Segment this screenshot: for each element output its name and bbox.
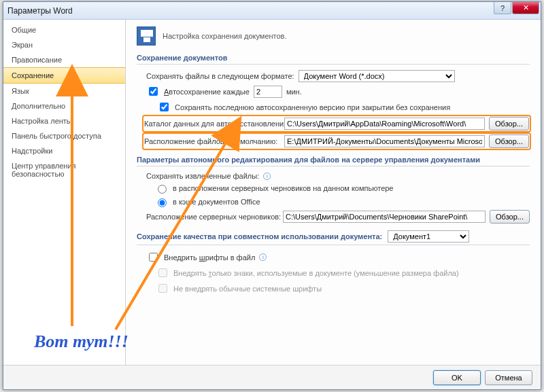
document-selector[interactable]: Документ1 bbox=[388, 230, 469, 243]
office-cache-radio-label: в кэше документов Office bbox=[173, 198, 260, 206]
autorecover-dir-input[interactable] bbox=[284, 118, 485, 130]
sidebar-item-save[interactable]: Сохранение bbox=[3, 67, 125, 84]
sidebar-item-proofing[interactable]: Правописание bbox=[3, 52, 125, 67]
window-title: Параметры Word bbox=[7, 6, 73, 16]
server-drafts-loc-input[interactable] bbox=[283, 211, 486, 223]
autosave-checkbox[interactable] bbox=[149, 87, 158, 96]
default-loc-label: Расположение файлов по умолчанию: bbox=[144, 137, 280, 145]
autorecover-dir-label: Каталог данных для автовосстановления: bbox=[144, 120, 280, 128]
info-icon: i bbox=[263, 173, 271, 180]
callout-text: Вот тут!!! bbox=[34, 332, 129, 352]
server-drafts-radio[interactable] bbox=[158, 185, 167, 194]
section-offline-editing: Параметры автономного редактирования для… bbox=[137, 156, 530, 166]
section-save-docs: Сохранение документов bbox=[137, 54, 530, 65]
sidebar-item-ribbon[interactable]: Настройка ленты bbox=[3, 113, 125, 128]
sidebar-item-qat[interactable]: Панель быстрого доступа bbox=[3, 128, 125, 143]
keep-last-autosave-label: Сохранять последнюю автосохраненную верс… bbox=[175, 103, 450, 111]
sidebar: Общие Экран Правописание Сохранение Язык… bbox=[3, 20, 126, 365]
dialog-footer: OK Отмена bbox=[3, 365, 541, 389]
no-system-fonts-label: Не внедрять обычные системные шрифты bbox=[173, 285, 322, 293]
sidebar-item-trust[interactable]: Центр управления безопасностью bbox=[3, 158, 125, 181]
close-button[interactable]: ✕ bbox=[512, 2, 539, 14]
save-format-select[interactable]: Документ Word (*.docx) bbox=[299, 70, 455, 82]
section-quality: Сохранение качества при совместном испол… bbox=[137, 230, 530, 245]
save-checked-out-label: Сохранять извлеченные файлы: bbox=[146, 172, 259, 180]
keep-last-autosave-checkbox[interactable] bbox=[160, 103, 169, 111]
default-loc-browse-button[interactable]: Обзор... bbox=[489, 135, 529, 148]
help-button[interactable]: ? bbox=[494, 2, 511, 14]
sidebar-item-general[interactable]: Общие bbox=[3, 22, 125, 37]
office-cache-radio[interactable] bbox=[158, 198, 167, 207]
sidebar-item-display[interactable]: Экран bbox=[3, 37, 125, 52]
embed-fonts-checkbox[interactable] bbox=[149, 253, 158, 262]
titlebar: Параметры Word ? ✕ bbox=[3, 2, 541, 20]
autosave-label: Автосохранение каждые bbox=[164, 88, 250, 96]
default-loc-input[interactable] bbox=[284, 135, 485, 147]
autosave-unit: мин. bbox=[286, 88, 302, 96]
embed-only-chars-checkbox bbox=[158, 268, 167, 277]
ok-button[interactable]: OK bbox=[433, 370, 481, 385]
autosave-minutes-input[interactable] bbox=[254, 86, 282, 98]
cancel-button[interactable]: Отмена bbox=[485, 370, 532, 385]
server-drafts-loc-label: Расположение серверных черновиков: bbox=[146, 213, 279, 221]
page-heading: Настройка сохранения документов. bbox=[163, 32, 287, 40]
save-format-label: Сохранять файлы в следующем формате: bbox=[146, 72, 294, 80]
embed-fonts-label: Внедрить шрифты в файл bbox=[164, 253, 255, 262]
content-panel: Настройка сохранения документов. Сохране… bbox=[126, 20, 541, 365]
server-drafts-radio-label: в расположении серверных черновиков на д… bbox=[173, 184, 393, 192]
sidebar-item-addins[interactable]: Надстройки bbox=[3, 143, 125, 158]
autorecover-browse-button[interactable]: Обзор... bbox=[489, 117, 529, 130]
info-icon: i bbox=[259, 253, 267, 261]
server-drafts-browse-button[interactable]: Обзор... bbox=[490, 210, 530, 224]
sidebar-item-advanced[interactable]: Дополнительно bbox=[3, 99, 125, 113]
sidebar-item-language[interactable]: Язык bbox=[3, 84, 125, 99]
no-system-fonts-checkbox bbox=[158, 284, 167, 293]
save-icon bbox=[137, 26, 156, 46]
embed-only-chars-label: Внедрять только знаки, используемые в до… bbox=[173, 269, 459, 277]
